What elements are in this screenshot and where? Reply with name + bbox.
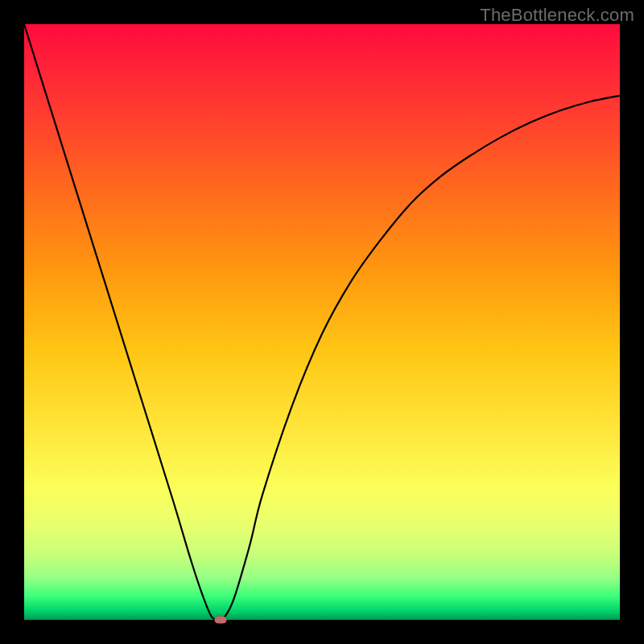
minimum-marker xyxy=(215,617,227,624)
watermark-text: TheBottleneck.com xyxy=(480,5,634,26)
plot-area xyxy=(24,24,620,620)
chart-frame: TheBottleneck.com xyxy=(0,0,644,644)
curve-svg xyxy=(24,24,620,620)
bottleneck-curve-path xyxy=(24,24,620,620)
